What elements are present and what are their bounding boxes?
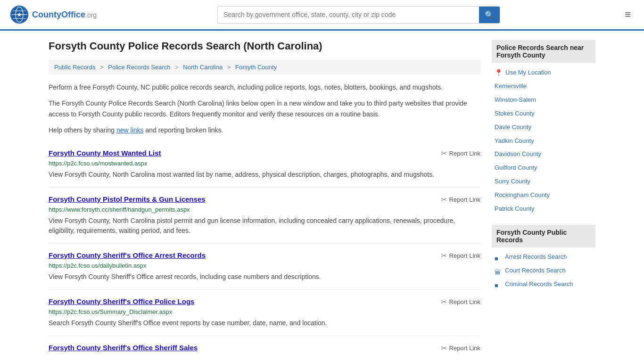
breadcrumb-sep-3: > bbox=[227, 64, 231, 71]
result-title-4: Forsyth County Sheriff's Office Sheriff … bbox=[49, 344, 198, 352]
breadcrumb: Public Records > Police Records Search >… bbox=[49, 60, 480, 74]
report-icon-1: ✂ bbox=[441, 195, 447, 204]
breadcrumb-link-police-records[interactable]: Police Records Search bbox=[108, 64, 170, 71]
public-records-container: ■Arrest Records Search🏛Court Records Sea… bbox=[492, 250, 595, 291]
search-area: 🔍 bbox=[217, 6, 500, 24]
report-icon-4: ✂ bbox=[441, 344, 447, 353]
report-link-4[interactable]: ✂ Report Link bbox=[441, 344, 480, 353]
result-url-0: https://p2c.fcso.us/mostwanted.aspx bbox=[49, 160, 480, 167]
content-area: Forsyth County Police Records Search (No… bbox=[49, 40, 480, 360]
report-icon-3: ✂ bbox=[441, 297, 447, 306]
result-url-1: https://www.forsyth.cc/sheriff/handgun_p… bbox=[49, 206, 480, 213]
use-my-location-link[interactable]: 📍 Use My Location bbox=[492, 66, 595, 80]
search-input-wrapper: 🔍 bbox=[217, 6, 500, 24]
sidebar-nearby-link-6[interactable]: Guilford County bbox=[492, 161, 595, 175]
public-records-link-0[interactable]: ■Arrest Records Search bbox=[492, 250, 595, 264]
result-title-2: Forsyth County Sheriff's Office Arrest R… bbox=[49, 251, 206, 259]
sidebar-nearby-link-0[interactable]: Kernersville bbox=[492, 80, 595, 93]
sidebar-nearby-title: Police Records Search near Forsyth Count… bbox=[492, 40, 595, 63]
logo-area: CountyOffice.org bbox=[9, 5, 97, 25]
sidebar-nearby-link-8[interactable]: Rockingham County bbox=[492, 189, 595, 202]
sidebar-nearby-link-9[interactable]: Patrick County bbox=[492, 202, 595, 216]
description-para2: The Forsyth County Police Records Search… bbox=[49, 98, 480, 119]
result-desc-0: View Forsyth County, North Carolina most… bbox=[49, 170, 480, 180]
header: CountyOffice.org 🔍 ≡ bbox=[0, 0, 644, 31]
result-desc-3: Search Forsyth County Sheriff's Office e… bbox=[49, 318, 480, 328]
pub-rec-icon-1: 🏛 bbox=[495, 268, 501, 274]
report-icon-2: ✂ bbox=[441, 251, 447, 260]
new-links-link[interactable]: new links bbox=[116, 126, 144, 134]
result-header-4: Forsyth County Sheriff's Office Sheriff … bbox=[49, 344, 480, 353]
result-header-0: Forsyth County Most Wanted List ✂ Report… bbox=[49, 149, 480, 158]
result-link-2[interactable]: Forsyth County Sheriff's Office Arrest R… bbox=[49, 251, 206, 259]
report-link-1[interactable]: ✂ Report Link bbox=[441, 195, 480, 204]
breadcrumb-link-forsyth-county[interactable]: Forsyth County bbox=[235, 64, 277, 71]
result-header-2: Forsyth County Sheriff's Office Arrest R… bbox=[49, 251, 480, 260]
result-item: Forsyth County Sheriff's Office Police L… bbox=[49, 290, 480, 336]
result-link-4[interactable]: Forsyth County Sheriff's Office Sheriff … bbox=[49, 344, 198, 352]
breadcrumb-link-north-carolina[interactable]: North Carolina bbox=[183, 64, 223, 71]
hamburger-menu-icon[interactable]: ≡ bbox=[621, 7, 635, 23]
search-icon: 🔍 bbox=[485, 11, 494, 19]
sidebar-nearby-section: Police Records Search near Forsyth Count… bbox=[492, 40, 595, 215]
result-desc-1: View Forsyth County, North Carolina pist… bbox=[49, 216, 480, 236]
result-header-1: Forsyth County Pistol Permits & Gun Lice… bbox=[49, 195, 480, 204]
result-title-0: Forsyth County Most Wanted List bbox=[49, 149, 161, 157]
result-link-1[interactable]: Forsyth County Pistol Permits & Gun Lice… bbox=[49, 195, 206, 203]
sidebar-public-records-section: Forsyth County Public Records ■Arrest Re… bbox=[492, 225, 595, 291]
report-link-2[interactable]: ✂ Report Link bbox=[441, 251, 480, 260]
public-records-link-1[interactable]: 🏛Court Records Search bbox=[492, 264, 595, 278]
logo-text: CountyOffice.org bbox=[32, 10, 97, 20]
description-para3: Help others by sharing new links and rep… bbox=[49, 125, 480, 135]
result-item: Forsyth County Pistol Permits & Gun Lice… bbox=[49, 188, 480, 244]
result-header-3: Forsyth County Sheriff's Office Police L… bbox=[49, 297, 480, 306]
sidebar: Police Records Search near Forsyth Count… bbox=[492, 40, 595, 360]
page-title: Forsyth County Police Records Search (No… bbox=[49, 40, 480, 52]
description-para1: Perform a free Forsyth County, NC public… bbox=[49, 82, 480, 92]
result-item: Forsyth County Sheriff's Office Arrest R… bbox=[49, 244, 480, 290]
result-item: Forsyth County Most Wanted List ✂ Report… bbox=[49, 141, 480, 188]
sidebar-nearby-link-2[interactable]: Stokes County bbox=[492, 107, 595, 121]
sidebar-nearby-link-3[interactable]: Davie County bbox=[492, 121, 595, 134]
sidebar-nearby-link-7[interactable]: Surry County bbox=[492, 175, 595, 189]
sidebar-nearby-link-5[interactable]: Davidson County bbox=[492, 148, 595, 161]
result-link-0[interactable]: Forsyth County Most Wanted List bbox=[49, 149, 161, 157]
location-icon: 📍 bbox=[495, 67, 503, 78]
report-link-0[interactable]: ✂ Report Link bbox=[441, 149, 480, 158]
main-wrapper: Forsyth County Police Records Search (No… bbox=[39, 31, 605, 362]
breadcrumb-sep-1: > bbox=[100, 64, 104, 71]
result-url-3: https://p2c.fcso.us/Summary_Disclaimer.a… bbox=[49, 308, 480, 315]
result-link-3[interactable]: Forsyth County Sheriff's Office Police L… bbox=[49, 297, 194, 305]
search-input[interactable] bbox=[218, 7, 479, 22]
report-link-3[interactable]: ✂ Report Link bbox=[441, 297, 480, 306]
sidebar-nearby-link-1[interactable]: Winston-Salem bbox=[492, 93, 595, 107]
report-icon-0: ✂ bbox=[441, 149, 447, 158]
public-records-link-2[interactable]: ■Criminal Records Search bbox=[492, 278, 595, 291]
sidebar-public-records-title: Forsyth County Public Records bbox=[492, 225, 595, 247]
logo-icon bbox=[9, 5, 29, 25]
results-list: Forsyth County Most Wanted List ✂ Report… bbox=[49, 141, 480, 360]
result-url-2: https://p2c.fcso.us/dailybulletin.aspx bbox=[49, 262, 480, 269]
result-desc-2: View Forsyth County Sheriff's Office arr… bbox=[49, 272, 480, 282]
result-title-1: Forsyth County Pistol Permits & Gun Lice… bbox=[49, 195, 206, 203]
pub-rec-icon-0: ■ bbox=[495, 254, 501, 261]
nearby-links-container: KernersvilleWinston-SalemStokes CountyDa… bbox=[492, 80, 595, 215]
result-item: Forsyth County Sheriff's Office Sheriff … bbox=[49, 336, 480, 360]
pub-rec-icon-2: ■ bbox=[495, 281, 501, 288]
breadcrumb-sep-2: > bbox=[175, 64, 179, 71]
sidebar-nearby-link-4[interactable]: Yadkin County bbox=[492, 134, 595, 148]
result-title-3: Forsyth County Sheriff's Office Police L… bbox=[49, 297, 194, 305]
breadcrumb-link-public-records[interactable]: Public Records bbox=[54, 64, 95, 71]
search-button[interactable]: 🔍 bbox=[479, 7, 500, 23]
